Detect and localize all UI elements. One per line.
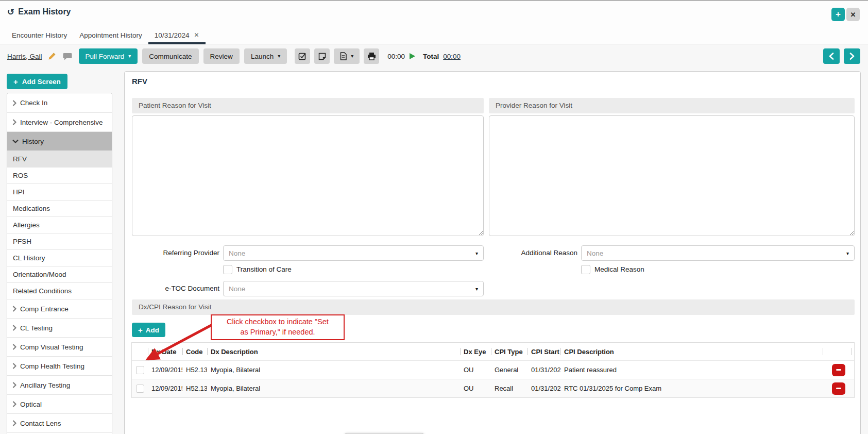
previous-exam-button[interactable] — [823, 48, 840, 64]
play-icon[interactable] — [409, 53, 416, 60]
cell-dx-description: Myopia, Bilateral — [207, 361, 460, 379]
tab-close-icon[interactable]: ✕ — [194, 31, 199, 39]
chat-bubble-icon[interactable] — [63, 53, 72, 60]
sidebar-item-pfsh[interactable]: PFSH — [7, 233, 112, 249]
communicate-button[interactable]: Communicate — [142, 48, 198, 64]
tab-exam-date[interactable]: 10/31/2024 ✕ — [148, 26, 206, 44]
add-window-button[interactable]: + — [831, 8, 845, 21]
document-icon — [340, 52, 347, 60]
transition-of-care-label: Transition of Care — [236, 265, 292, 274]
print-button[interactable] — [364, 48, 379, 64]
col-dx-eye: Dx Eye — [460, 343, 491, 360]
note-icon — [318, 53, 326, 60]
sidebar-item-allergies[interactable]: Allergies — [7, 216, 112, 233]
chevron-down-icon — [12, 139, 19, 143]
chevron-right-icon — [12, 344, 16, 350]
sidebar-item-contact-lens[interactable]: Contact Lens — [7, 413, 112, 432]
cell-cpi-description: RTC 01/31/2025 for Comp Exam — [560, 379, 823, 397]
tab-bar: Encounter History Appointment History 10… — [6, 26, 206, 44]
cell-cpi-start: 01/31/2024 — [527, 379, 560, 397]
note-button[interactable] — [314, 48, 330, 64]
sidebar-item-ancillary-testing[interactable]: Ancillary Testing — [7, 375, 112, 394]
primary-checkbox-column-header — [132, 343, 148, 360]
annotation-callout: Click checkbox to indicate "Set as Prima… — [211, 314, 345, 340]
sidebar-item-history[interactable]: History — [7, 131, 112, 151]
sidebar-item-hpi[interactable]: HPI — [7, 183, 112, 200]
document-menu-button[interactable]: ▾ — [334, 48, 360, 64]
edit-pencil-icon[interactable] — [48, 52, 56, 60]
pull-forward-button[interactable]: Pull Forward ▾ — [79, 48, 138, 64]
caret-down-icon: ▾ — [475, 286, 478, 292]
sidebar-item-interview-comprehensive[interactable]: Interview - Comprehensive — [7, 112, 112, 131]
add-screen-button[interactable]: + Add Screen — [7, 74, 67, 89]
add-dx-button[interactable]: + Add — [132, 323, 165, 337]
close-window-button[interactable]: ✕ — [846, 8, 860, 21]
remove-row-button[interactable] — [832, 364, 845, 376]
exam-history-window: ↺ Exam History + ✕ Encounter History App… — [0, 0, 868, 434]
medical-reason-label: Medical Reason — [594, 265, 644, 274]
tasks-checkbox-button[interactable] — [295, 48, 310, 64]
dxcpi-table: Dx Date Code Dx Description Dx Eye CPI T… — [131, 342, 855, 398]
chevron-right-icon — [12, 119, 16, 125]
transition-of-care-checkbox[interactable] — [223, 265, 232, 274]
exam-toolbar: Harris, Gail Pull Forward ▾ Communicate … — [0, 44, 868, 68]
sidebar-item-cl-testing[interactable]: CL Testing — [7, 318, 112, 337]
chevron-right-icon — [12, 401, 16, 407]
next-exam-button[interactable] — [844, 48, 860, 64]
tab-encounter-history[interactable]: Encounter History — [6, 26, 73, 44]
exam-navigation — [823, 48, 860, 64]
chevron-right-icon — [849, 53, 855, 60]
dxcpi-table-header: Dx Date Code Dx Description Dx Eye CPI T… — [132, 343, 854, 360]
exam-timer: 00:00 Total 00:00 — [387, 53, 461, 60]
remove-row-button[interactable] — [832, 382, 845, 395]
provider-reason-textarea[interactable] — [489, 115, 855, 236]
dxcpi-section-header: Dx/CPI Reason for Visit — [132, 299, 855, 315]
review-button[interactable]: Review — [203, 48, 240, 64]
sidebar-item-check-in[interactable]: Check In — [7, 93, 112, 112]
cell-code: H52.13 — [182, 379, 207, 397]
sidebar-item-ros[interactable]: ROS — [7, 167, 112, 183]
close-icon: ✕ — [850, 11, 856, 19]
patient-reason-textarea[interactable] — [132, 115, 484, 236]
medical-reason-checkbox[interactable] — [581, 265, 590, 274]
tab-appointment-history[interactable]: Appointment History — [73, 26, 148, 44]
chevron-right-icon — [12, 420, 16, 426]
cell-dx-date: 12/09/2015 — [148, 361, 182, 379]
sidebar-item-orientation-mood[interactable]: Orientation/Mood — [7, 266, 112, 282]
additional-reason-select[interactable]: None ▾ — [581, 245, 855, 261]
set-primary-checkbox[interactable] — [136, 366, 144, 374]
total-time-link[interactable]: 00:00 — [443, 53, 461, 60]
window-header: ↺ Exam History + ✕ Encounter History App… — [0, 1, 868, 44]
etoc-document-select[interactable]: None ▾ — [223, 281, 484, 296]
sidebar-item-medications[interactable]: Medications — [7, 200, 112, 216]
caret-down-icon: ▾ — [846, 251, 849, 256]
sidebar-item-rfv[interactable]: RFV — [7, 151, 112, 167]
col-cpi-start: CPI Start — [527, 343, 560, 360]
sidebar-item-comp-entrance[interactable]: Comp Entrance — [7, 299, 112, 318]
plus-icon: + — [836, 9, 841, 20]
cell-cpi-description: Patient reassured — [560, 361, 823, 379]
referring-provider-select[interactable]: None ▾ — [223, 245, 484, 261]
sidebar-item-related-conditions[interactable]: Related Conditions — [7, 282, 112, 299]
sidebar-item-optical[interactable]: Optical — [7, 394, 112, 413]
sidebar-item-comp-health-testing[interactable]: Comp Health Testing — [7, 356, 112, 375]
set-primary-checkbox[interactable] — [136, 385, 144, 393]
col-actions — [823, 343, 854, 360]
printer-icon — [367, 52, 376, 60]
col-cpi-type: CPI Type — [491, 343, 527, 360]
plus-icon: + — [13, 77, 18, 86]
chevron-left-icon — [829, 53, 834, 60]
caret-down-icon: ▾ — [475, 251, 478, 256]
sidebar-item-comp-visual-testing[interactable]: Comp Visual Testing — [7, 337, 112, 356]
cell-cpi-type: General — [491, 361, 527, 379]
table-row: 12/09/2015 H52.13 Myopia, Bilateral OU R… — [132, 379, 854, 397]
patient-reason-header: Patient Reason for Visit — [132, 98, 484, 113]
col-code: Code — [182, 343, 207, 360]
referring-provider-label: Referring Provider — [125, 245, 219, 261]
col-cpi-description: CPI Description — [560, 343, 823, 360]
launch-button[interactable]: Launch ▾ — [244, 48, 287, 64]
sidebar-item-cl-history[interactable]: CL History — [7, 249, 112, 266]
cell-cpi-type: Recall — [491, 379, 527, 397]
patient-name-link[interactable]: Harris, Gail — [7, 53, 42, 60]
title-row: ↺ Exam History — [7, 7, 71, 16]
